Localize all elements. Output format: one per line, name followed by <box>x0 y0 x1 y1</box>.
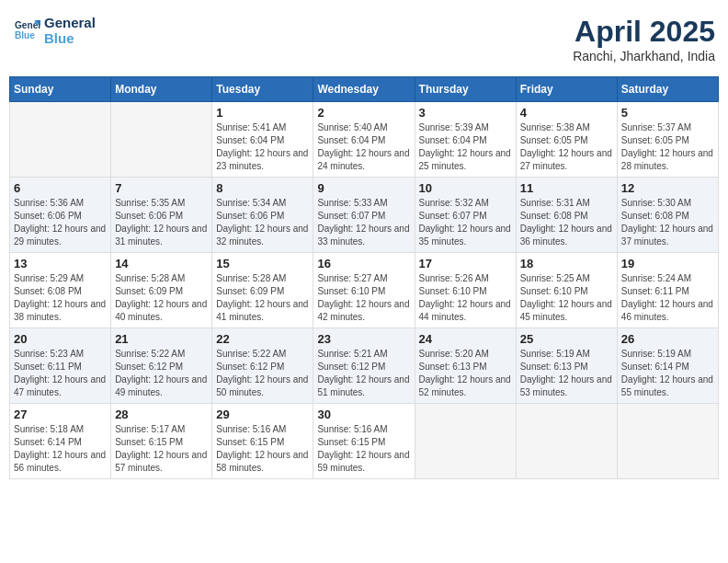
day-number: 26 <box>621 332 714 346</box>
calendar-day-cell: 28Sunrise: 5:17 AMSunset: 6:15 PMDayligh… <box>111 404 212 479</box>
day-number: 11 <box>520 181 613 195</box>
day-number: 13 <box>14 257 107 270</box>
calendar-header-row: SundayMondayTuesdayWednesdayThursdayFrid… <box>10 77 719 102</box>
day-detail: Sunrise: 5:27 AMSunset: 6:10 PMDaylight:… <box>317 272 410 324</box>
day-detail: Sunrise: 5:37 AMSunset: 6:05 PMDaylight:… <box>621 121 714 173</box>
day-number: 19 <box>621 257 714 270</box>
calendar-day-cell: 29Sunrise: 5:16 AMSunset: 6:15 PMDayligh… <box>212 404 313 479</box>
calendar-day-cell <box>111 102 212 178</box>
svg-text:Blue: Blue <box>15 30 35 40</box>
day-number: 5 <box>621 106 714 120</box>
day-number: 6 <box>14 181 107 195</box>
day-detail: Sunrise: 5:33 AMSunset: 6:07 PMDaylight:… <box>317 197 410 248</box>
day-number: 12 <box>621 181 714 195</box>
day-number: 9 <box>317 181 410 195</box>
calendar-day-cell: 11Sunrise: 5:31 AMSunset: 6:08 PMDayligh… <box>516 178 617 253</box>
calendar-day-cell: 4Sunrise: 5:38 AMSunset: 6:05 PMDaylight… <box>516 102 617 178</box>
day-detail: Sunrise: 5:19 AMSunset: 6:13 PMDaylight:… <box>520 348 613 399</box>
day-detail: Sunrise: 5:25 AMSunset: 6:10 PMDaylight:… <box>520 272 613 324</box>
page-header: General Blue General Blue April 2025 Ran… <box>9 9 719 69</box>
col-header-saturday: Saturday <box>617 77 718 102</box>
day-number: 15 <box>216 257 309 270</box>
col-header-monday: Monday <box>111 77 212 102</box>
day-detail: Sunrise: 5:26 AMSunset: 6:10 PMDaylight:… <box>419 272 512 324</box>
calendar-day-cell: 12Sunrise: 5:30 AMSunset: 6:08 PMDayligh… <box>617 178 718 253</box>
location: Ranchi, Jharkhand, India <box>573 49 715 63</box>
calendar-week-row: 27Sunrise: 5:18 AMSunset: 6:14 PMDayligh… <box>10 404 719 479</box>
calendar-day-cell <box>10 102 111 178</box>
calendar-week-row: 13Sunrise: 5:29 AMSunset: 6:08 PMDayligh… <box>10 253 719 328</box>
calendar-day-cell: 23Sunrise: 5:21 AMSunset: 6:12 PMDayligh… <box>313 328 415 404</box>
logo: General Blue General Blue <box>13 15 96 46</box>
day-number: 30 <box>317 408 410 421</box>
day-detail: Sunrise: 5:38 AMSunset: 6:05 PMDaylight:… <box>520 121 613 173</box>
title-block: April 2025 Ranchi, Jharkhand, India <box>573 15 715 63</box>
day-detail: Sunrise: 5:20 AMSunset: 6:13 PMDaylight:… <box>419 348 512 399</box>
day-detail: Sunrise: 5:16 AMSunset: 6:15 PMDaylight:… <box>216 423 309 475</box>
day-number: 16 <box>317 257 410 270</box>
calendar-day-cell: 14Sunrise: 5:28 AMSunset: 6:09 PMDayligh… <box>111 253 212 328</box>
calendar-day-cell: 2Sunrise: 5:40 AMSunset: 6:04 PMDaylight… <box>313 102 415 178</box>
day-number: 17 <box>419 257 512 270</box>
calendar-day-cell: 21Sunrise: 5:22 AMSunset: 6:12 PMDayligh… <box>111 328 212 404</box>
day-detail: Sunrise: 5:22 AMSunset: 6:12 PMDaylight:… <box>216 348 309 399</box>
calendar-day-cell: 13Sunrise: 5:29 AMSunset: 6:08 PMDayligh… <box>10 253 111 328</box>
day-detail: Sunrise: 5:23 AMSunset: 6:11 PMDaylight:… <box>14 348 107 399</box>
calendar-day-cell: 25Sunrise: 5:19 AMSunset: 6:13 PMDayligh… <box>516 328 617 404</box>
calendar-day-cell: 17Sunrise: 5:26 AMSunset: 6:10 PMDayligh… <box>415 253 516 328</box>
calendar-day-cell: 16Sunrise: 5:27 AMSunset: 6:10 PMDayligh… <box>313 253 415 328</box>
calendar-table: SundayMondayTuesdayWednesdayThursdayFrid… <box>9 76 719 479</box>
day-detail: Sunrise: 5:34 AMSunset: 6:06 PMDaylight:… <box>216 197 309 248</box>
calendar-day-cell: 5Sunrise: 5:37 AMSunset: 6:05 PMDaylight… <box>617 102 718 178</box>
day-detail: Sunrise: 5:36 AMSunset: 6:06 PMDaylight:… <box>14 197 107 248</box>
day-number: 24 <box>419 332 512 346</box>
calendar-day-cell: 26Sunrise: 5:19 AMSunset: 6:14 PMDayligh… <box>617 328 718 404</box>
calendar-week-row: 1Sunrise: 5:41 AMSunset: 6:04 PMDaylight… <box>10 102 719 178</box>
day-number: 1 <box>216 106 309 120</box>
day-number: 7 <box>115 181 208 195</box>
calendar-day-cell: 1Sunrise: 5:41 AMSunset: 6:04 PMDaylight… <box>212 102 313 178</box>
day-detail: Sunrise: 5:22 AMSunset: 6:12 PMDaylight:… <box>115 348 208 399</box>
calendar-day-cell: 27Sunrise: 5:18 AMSunset: 6:14 PMDayligh… <box>10 404 111 479</box>
day-detail: Sunrise: 5:35 AMSunset: 6:06 PMDaylight:… <box>115 197 208 248</box>
day-detail: Sunrise: 5:21 AMSunset: 6:12 PMDaylight:… <box>317 348 410 399</box>
calendar-day-cell <box>516 404 617 479</box>
col-header-thursday: Thursday <box>415 77 516 102</box>
day-number: 20 <box>14 332 107 346</box>
calendar-week-row: 20Sunrise: 5:23 AMSunset: 6:11 PMDayligh… <box>10 328 719 404</box>
day-detail: Sunrise: 5:16 AMSunset: 6:15 PMDaylight:… <box>317 423 410 475</box>
day-detail: Sunrise: 5:19 AMSunset: 6:14 PMDaylight:… <box>621 348 714 399</box>
logo-text-general: General <box>44 15 96 30</box>
day-number: 23 <box>317 332 410 346</box>
calendar-day-cell: 20Sunrise: 5:23 AMSunset: 6:11 PMDayligh… <box>10 328 111 404</box>
day-number: 3 <box>419 106 512 120</box>
day-detail: Sunrise: 5:30 AMSunset: 6:08 PMDaylight:… <box>621 197 714 248</box>
day-detail: Sunrise: 5:32 AMSunset: 6:07 PMDaylight:… <box>419 197 512 248</box>
logo-text-blue: Blue <box>44 30 96 46</box>
day-number: 29 <box>216 408 309 421</box>
day-detail: Sunrise: 5:40 AMSunset: 6:04 PMDaylight:… <box>317 121 410 173</box>
calendar-day-cell: 9Sunrise: 5:33 AMSunset: 6:07 PMDaylight… <box>313 178 415 253</box>
calendar-day-cell: 6Sunrise: 5:36 AMSunset: 6:06 PMDaylight… <box>10 178 111 253</box>
day-detail: Sunrise: 5:28 AMSunset: 6:09 PMDaylight:… <box>216 272 309 324</box>
day-detail: Sunrise: 5:31 AMSunset: 6:08 PMDaylight:… <box>520 197 613 248</box>
day-detail: Sunrise: 5:18 AMSunset: 6:14 PMDaylight:… <box>14 423 107 475</box>
day-detail: Sunrise: 5:41 AMSunset: 6:04 PMDaylight:… <box>216 121 309 173</box>
calendar-week-row: 6Sunrise: 5:36 AMSunset: 6:06 PMDaylight… <box>10 178 719 253</box>
calendar-day-cell <box>617 404 718 479</box>
calendar-day-cell: 22Sunrise: 5:22 AMSunset: 6:12 PMDayligh… <box>212 328 313 404</box>
day-number: 18 <box>520 257 613 270</box>
day-detail: Sunrise: 5:39 AMSunset: 6:04 PMDaylight:… <box>419 121 512 173</box>
calendar-day-cell: 10Sunrise: 5:32 AMSunset: 6:07 PMDayligh… <box>415 178 516 253</box>
day-number: 22 <box>216 332 309 346</box>
calendar-day-cell: 18Sunrise: 5:25 AMSunset: 6:10 PMDayligh… <box>516 253 617 328</box>
calendar-day-cell: 15Sunrise: 5:28 AMSunset: 6:09 PMDayligh… <box>212 253 313 328</box>
day-number: 10 <box>419 181 512 195</box>
day-number: 2 <box>317 106 410 120</box>
day-detail: Sunrise: 5:24 AMSunset: 6:11 PMDaylight:… <box>621 272 714 324</box>
day-number: 14 <box>115 257 208 270</box>
calendar-day-cell: 19Sunrise: 5:24 AMSunset: 6:11 PMDayligh… <box>617 253 718 328</box>
calendar-day-cell: 30Sunrise: 5:16 AMSunset: 6:15 PMDayligh… <box>313 404 415 479</box>
day-number: 8 <box>216 181 309 195</box>
col-header-sunday: Sunday <box>10 77 111 102</box>
